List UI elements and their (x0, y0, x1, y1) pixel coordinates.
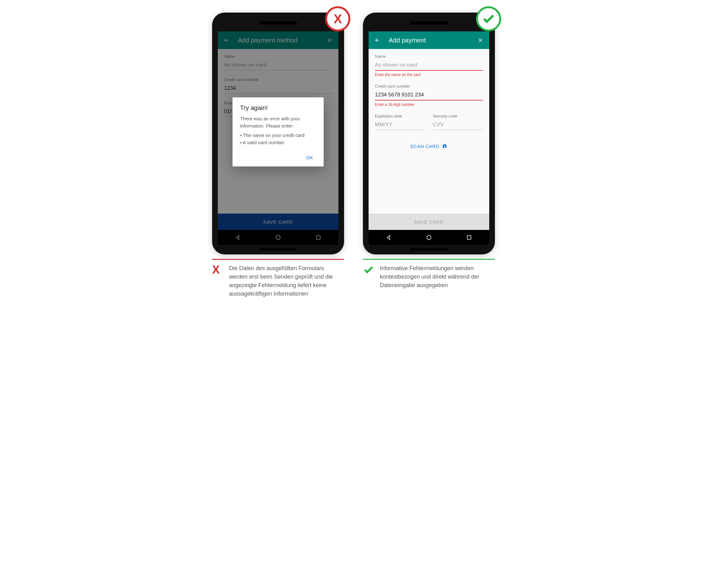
cc-error: Enter a 16-digit number (375, 102, 483, 107)
checkmark-icon (363, 264, 375, 277)
error-dialog: Try again! There was an error with your … (233, 97, 324, 167)
save-card-label: SAVE CARD (414, 219, 444, 224)
phone-frame: Add payment Name Enter the name on the c… (363, 12, 495, 254)
dialog-bullet-1: The name on your credit card (240, 132, 316, 139)
close-button[interactable] (477, 36, 484, 44)
name-label: Name (375, 54, 483, 59)
dialog-title: Try again! (240, 104, 316, 111)
x-mark-icon: X (334, 12, 342, 26)
phone-screen: Add payment Name Enter the name on the c… (369, 31, 489, 245)
good-caption: Informative Fehlermeldungen werden konte… (363, 259, 495, 298)
nav-home[interactable] (425, 234, 433, 241)
name-field: Name Enter the name on the card (375, 54, 483, 77)
payment-form: Name Enter the name on the card Credit c… (369, 49, 489, 214)
good-caption-text: Informative Fehlermeldungen werden konte… (380, 264, 495, 289)
bad-badge: X (325, 6, 350, 31)
nav-back[interactable] (385, 234, 393, 241)
good-caption-rule (363, 259, 495, 260)
nav-recent[interactable] (465, 234, 473, 241)
checkmark-icon (482, 12, 496, 26)
name-error: Enter the name on the card (375, 73, 483, 77)
scan-card-label: SCAN CARD (410, 143, 440, 149)
triangle-back-icon (385, 234, 392, 241)
circle-home-icon (426, 234, 432, 241)
sec-input[interactable] (433, 120, 483, 130)
phone-frame: Add payment method Name Credit card numb… (212, 12, 344, 254)
exp-field: Expiration date (375, 114, 425, 130)
appbar-title: Add payment (389, 37, 469, 44)
app-bar: Add payment (369, 31, 489, 49)
arrow-left-icon (374, 37, 380, 43)
dialog-ok-button[interactable]: OK (303, 152, 316, 163)
dialog-body: There was an error with your information… (240, 115, 316, 146)
exp-input[interactable] (375, 120, 425, 130)
back-button[interactable] (374, 36, 381, 44)
save-card-button[interactable]: SAVE CARD (369, 214, 489, 230)
bad-example: X Add payment method Name (212, 12, 344, 254)
bad-caption-text: Die Daten des ausgefüllten Formulars wer… (229, 264, 344, 298)
phone-screen: Add payment method Name Credit card numb… (218, 31, 338, 245)
svg-point-2 (444, 146, 445, 147)
cc-label: Credit card number (375, 84, 483, 89)
cc-field: Credit card number Enter a 16-digit numb… (375, 84, 483, 107)
bad-caption-rule (212, 259, 344, 260)
svg-point-3 (427, 235, 431, 239)
x-mark-icon: X (212, 264, 225, 275)
close-icon (477, 37, 483, 43)
bottom-speaker (259, 248, 297, 251)
cc-input[interactable] (375, 90, 483, 101)
exp-label: Expiration date (375, 114, 425, 118)
earpiece (410, 21, 448, 25)
name-input[interactable] (375, 60, 483, 71)
sec-field: Security code (433, 114, 483, 130)
android-navbar (369, 230, 489, 245)
good-badge (476, 6, 501, 31)
svg-rect-4 (467, 236, 471, 239)
dialog-bullet-2: A valid card number (240, 139, 316, 146)
earpiece (259, 21, 297, 25)
camera-icon (442, 143, 447, 149)
bad-caption: X Die Daten des ausgefüllten Formulars w… (212, 259, 344, 298)
dialog-intro: There was an error with your information… (240, 115, 316, 129)
bottom-speaker (410, 248, 448, 251)
sec-label: Security code (433, 114, 483, 118)
square-recent-icon (466, 234, 472, 241)
scan-card-button[interactable]: SCAN CARD (375, 143, 483, 149)
good-example: Add payment Name Enter the name on the c… (363, 12, 495, 254)
